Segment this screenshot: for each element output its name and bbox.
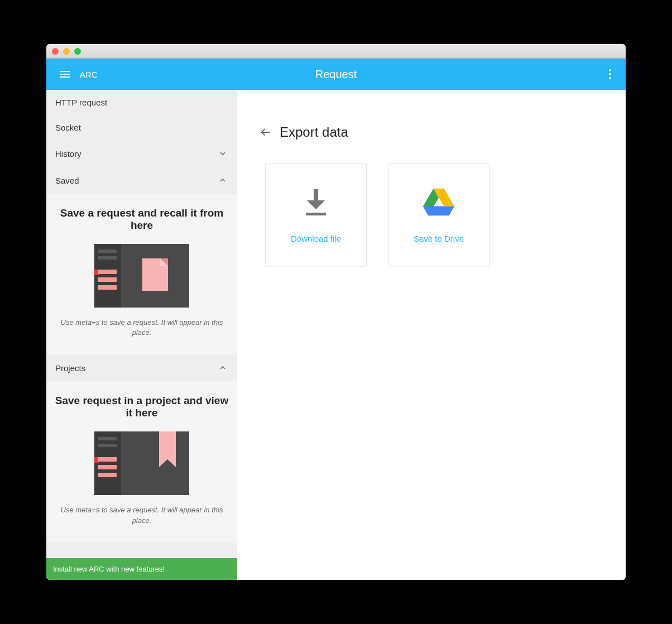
export-cards: Download file Save to Drive bbox=[260, 164, 603, 266]
save-to-drive-card[interactable]: Save to Drive bbox=[388, 164, 489, 266]
sidebar-item-socket[interactable]: Socket bbox=[46, 115, 237, 140]
menu-icon[interactable] bbox=[57, 69, 72, 80]
saved-empty-panel: Save a request and recall it from here U… bbox=[46, 194, 237, 354]
app-body: HTTP request Socket History Saved Save a… bbox=[46, 90, 626, 580]
app-window: ARC Request HTTP request Socket History … bbox=[46, 44, 626, 580]
projects-panel-hint: Use meta+s to save a request. It will ap… bbox=[54, 505, 229, 525]
svg-rect-1 bbox=[94, 244, 121, 308]
svg-marker-23 bbox=[307, 200, 325, 209]
saved-panel-title: Save a request and recall it from here bbox=[54, 207, 229, 232]
page-header: Export data bbox=[260, 124, 603, 140]
sidebar-item-label: Socket bbox=[55, 123, 81, 132]
download-icon bbox=[300, 187, 332, 218]
projects-illustration-icon bbox=[94, 431, 189, 495]
chevron-down-icon bbox=[217, 148, 228, 159]
svg-rect-14 bbox=[98, 444, 117, 447]
svg-rect-24 bbox=[306, 213, 326, 215]
app-bar: ARC Request bbox=[46, 59, 626, 90]
install-banner[interactable]: Install new ARC with new features! bbox=[46, 558, 237, 580]
saved-illustration-icon bbox=[94, 244, 189, 308]
sidebar-item-label: Projects bbox=[55, 363, 85, 373]
main-content: Export data Download file bbox=[237, 90, 626, 580]
app-name: ARC bbox=[80, 70, 98, 79]
svg-rect-6 bbox=[98, 277, 117, 282]
sidebar-item-history[interactable]: History bbox=[46, 140, 237, 167]
projects-panel-title: Save request in a project and view it he… bbox=[54, 395, 229, 419]
svg-rect-17 bbox=[98, 465, 117, 469]
chevron-up-icon bbox=[217, 362, 228, 373]
sidebar-item-http-request[interactable]: HTTP request bbox=[46, 90, 237, 115]
google-drive-icon bbox=[423, 187, 454, 218]
minimize-window-icon[interactable] bbox=[63, 48, 70, 55]
app-bar-title: Request bbox=[315, 68, 357, 81]
mac-titlebar bbox=[46, 44, 626, 59]
svg-rect-12 bbox=[94, 431, 121, 495]
sidebar-item-label: History bbox=[55, 149, 81, 159]
svg-rect-7 bbox=[98, 285, 117, 290]
sidebar-item-label: HTTP request bbox=[55, 98, 107, 107]
sidebar-item-projects[interactable]: Projects bbox=[46, 354, 237, 381]
maximize-window-icon[interactable] bbox=[74, 48, 81, 55]
svg-rect-2 bbox=[98, 249, 117, 253]
more-icon[interactable] bbox=[606, 66, 615, 83]
sidebar-item-label: Saved bbox=[55, 176, 79, 185]
download-file-card[interactable]: Download file bbox=[265, 164, 367, 266]
svg-rect-13 bbox=[98, 437, 117, 440]
svg-marker-28 bbox=[423, 206, 454, 215]
svg-rect-5 bbox=[98, 270, 117, 274]
save-to-drive-label: Save to Drive bbox=[414, 234, 464, 243]
svg-rect-18 bbox=[98, 473, 117, 477]
projects-empty-panel: Save request in a project and view it he… bbox=[46, 381, 237, 542]
sidebar: HTTP request Socket History Saved Save a… bbox=[46, 90, 237, 580]
svg-rect-22 bbox=[314, 189, 318, 201]
saved-panel-hint: Use meta+s to save a request. It will ap… bbox=[54, 318, 229, 338]
chevron-up-icon bbox=[217, 175, 228, 186]
page-title: Export data bbox=[280, 124, 348, 140]
close-window-icon[interactable] bbox=[52, 48, 59, 55]
svg-rect-16 bbox=[98, 457, 117, 462]
svg-rect-3 bbox=[98, 256, 117, 260]
download-file-label: Download file bbox=[291, 234, 341, 243]
back-arrow-icon[interactable] bbox=[260, 126, 272, 138]
sidebar-item-saved[interactable]: Saved bbox=[46, 167, 237, 194]
